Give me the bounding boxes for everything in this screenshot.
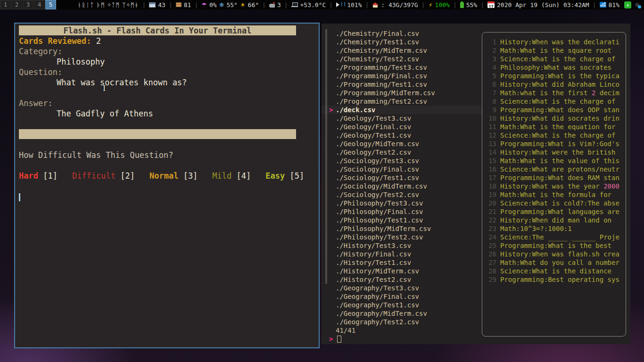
preview-line: 13Programming:What is Vim?:God's <box>485 140 623 148</box>
difficulty-option-easy[interactable]: Easy [5] <box>265 171 304 181</box>
difficulty-option-hard[interactable]: Hard [1] <box>19 171 58 181</box>
file-name: ./Geology/Test2.csv <box>336 148 411 156</box>
pointer-gutter <box>329 55 336 63</box>
file-row[interactable]: ./Geology/MidTerm.csv <box>322 140 482 148</box>
file-row[interactable]: ./Chemistry/Test1.csv <box>322 38 482 46</box>
selection-pointer: > <box>329 106 336 114</box>
line-number: 21 <box>485 207 496 216</box>
file-row[interactable]: ./Geography/Test1.csv <box>322 301 482 309</box>
file-row[interactable]: ./Geology/Test1.csv <box>322 131 482 140</box>
separator: | <box>284 1 288 8</box>
file-name: ./Sociology/Test3.csv <box>336 156 419 165</box>
battery-block: 55% <box>460 1 477 8</box>
file-name: ./Philosophy/Test1.csv <box>336 216 423 224</box>
file-row[interactable]: ./Geology/Test3.csv <box>322 114 482 123</box>
file-row[interactable]: ./Sociology/Test3.csv <box>322 156 482 165</box>
pointer-gutter <box>329 258 336 267</box>
preview-text: Science:What is cold?:The abse <box>500 199 619 207</box>
file-row[interactable]: ./Programming/Test1.csv <box>322 80 482 89</box>
question-label: Question: <box>15 67 319 77</box>
file-row[interactable]: ./Geography/MidTerm.csv <box>322 309 482 318</box>
file-row[interactable]: ./Chemistry/Test2.csv <box>322 55 482 63</box>
preview-line: 2Math:What is the square root <box>485 46 623 55</box>
difficulty-option-normal[interactable]: Normal [3] <box>149 171 198 181</box>
line-number: 28 <box>485 267 496 275</box>
preview-text: Programming:What is Vim?:God's <box>500 140 619 148</box>
workspace-button-3[interactable]: 3 <box>23 0 33 9</box>
workspace-button-4[interactable]: 4 <box>34 0 45 9</box>
file-row[interactable]: ./Chemistry/MidTerm.csv <box>322 46 482 55</box>
line-number: 22 <box>485 216 496 224</box>
difficulty-option-mild[interactable]: Mild [4] <box>212 171 251 181</box>
preview-line: 15Math:What is the value of this <box>485 156 623 165</box>
file-name: ./Philosophy/MidTerm.csv <box>336 224 431 233</box>
file-name: ./Philosophy/Test2.csv <box>336 233 423 241</box>
file-row[interactable]: ./History/Final.csv <box>322 250 482 258</box>
file-row[interactable]: ./Philosophy/MidTerm.csv <box>322 224 482 233</box>
file-name: ./Chemistry/MidTerm.csv <box>336 46 427 55</box>
flash-card-window: Flash.sh - Flash Cards In Your Terminal … <box>14 23 320 348</box>
file-row[interactable]: ./Sociology/Test1.csv <box>322 173 482 182</box>
file-row[interactable]: ./Programming/MidTerm.csv <box>322 89 482 97</box>
file-row[interactable]: ./Geography/Test2.csv <box>322 318 482 326</box>
line-number: 20 <box>485 199 496 207</box>
home-icon <box>372 2 379 8</box>
file-row[interactable]: ./Geology/Final.csv <box>322 123 482 131</box>
flameshot-tray-icon[interactable]: ✱ <box>634 1 641 8</box>
file-name: ./Sociology/MidTerm.csv <box>336 182 427 190</box>
preview-line: 14History:What were the british <box>485 148 623 156</box>
pointer-gutter <box>329 114 336 123</box>
pointer-gutter <box>329 123 336 131</box>
file-row[interactable]: ./Sociology/Final.csv <box>322 165 482 173</box>
umbrella-icon: ☂ <box>201 1 207 8</box>
tray-green-x-icon[interactable]: ✕ <box>624 1 631 8</box>
file-row[interactable]: ./Chemistry/Final.csv <box>322 29 482 38</box>
file-row[interactable]: >./deck.csv <box>322 106 482 114</box>
preview-text: Math:what is the first <box>500 89 592 97</box>
file-row[interactable]: ./Philosophy/Test1.csv <box>322 216 482 224</box>
pointer-gutter <box>329 97 336 106</box>
file-row[interactable]: ./Philosophy/Test2.csv <box>322 233 482 241</box>
pointer-gutter <box>329 250 336 258</box>
workspace-button-2[interactable]: 2 <box>11 0 22 9</box>
file-row[interactable]: ./History/Test1.csv <box>322 258 482 267</box>
file-row[interactable]: ./History/Test2.csv <box>322 275 482 284</box>
file-row[interactable]: ./Programming/Test2.csv <box>322 97 482 106</box>
file-row[interactable]: ./Sociology/MidTerm.csv <box>322 182 482 190</box>
cursor-line <box>15 191 319 202</box>
prompt-sign: > <box>329 335 333 343</box>
file-row[interactable]: ./Philosophy/Test3.csv <box>322 199 482 207</box>
file-name: ./Chemistry/Final.csv <box>336 29 419 38</box>
pointer-gutter <box>329 267 336 275</box>
preview-text: Programming:What does OOP stan <box>500 106 619 114</box>
tray: ✕ ✱ <box>624 1 641 8</box>
preview-line: 8Science:What is the charge of <box>485 97 623 106</box>
file-row[interactable]: ./Programming/Test3.csv <box>322 63 482 72</box>
separator: | <box>453 1 457 8</box>
separator: | <box>421 1 425 8</box>
preview-text: Math:What is the value of this <box>500 156 619 165</box>
fzf-prompt-row[interactable]: > <box>329 335 341 343</box>
pointer-gutter <box>329 156 336 165</box>
workspace-button-1[interactable]: 1 <box>0 0 11 9</box>
file-row[interactable]: ./History/Test3.csv <box>322 241 482 250</box>
file-row[interactable]: ./Sociology/Test2.csv <box>322 190 482 199</box>
preview-text: Science:What is the charge of <box>500 131 615 140</box>
file-row[interactable]: ./Geography/Test3.csv <box>322 284 482 292</box>
file-row[interactable]: ./History/MidTerm.csv <box>322 267 482 275</box>
mailbox-icon <box>269 4 275 8</box>
file-row[interactable]: ./Programming/Final.csv <box>322 72 482 80</box>
file-name: ./Geology/Test3.csv <box>336 114 411 123</box>
file-row[interactable]: ./Geology/Test2.csv <box>322 148 482 156</box>
preview-line: 5Programming:What is the typica <box>485 72 623 80</box>
lightning-icon: ⚡ <box>428 1 432 8</box>
line-number: 25 <box>485 241 496 250</box>
fzf-input-cursor <box>337 336 341 343</box>
pointer-gutter <box>329 190 336 199</box>
file-row[interactable]: ./Philosophy/Final.csv <box>322 207 482 216</box>
difficulty-option-difficult[interactable]: Difficult [2] <box>72 171 135 181</box>
pointer-gutter <box>329 29 336 38</box>
file-row[interactable]: ./Geography/Final.csv <box>322 292 482 301</box>
pointer-gutter <box>329 148 336 156</box>
workspace-button-5[interactable]: 5 <box>45 0 56 9</box>
